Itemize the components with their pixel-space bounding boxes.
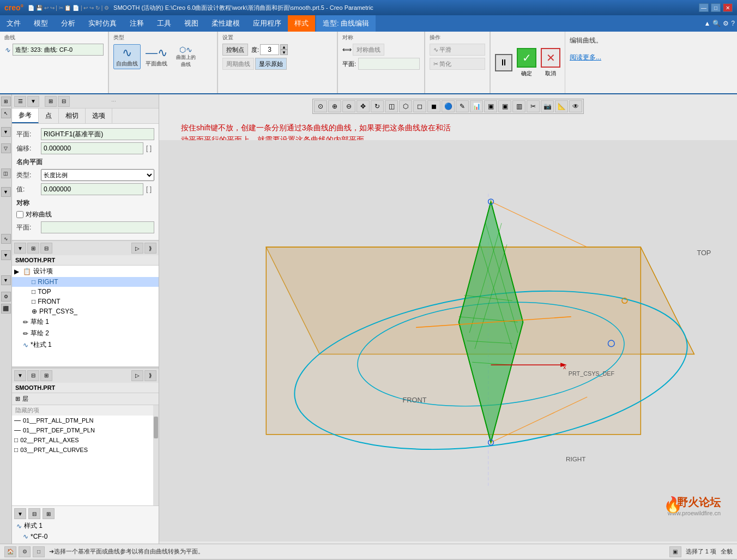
sym-curve-button[interactable]: 对称曲线 <box>353 44 384 56</box>
tree2-btn2[interactable]: ⊟ <box>27 370 39 381</box>
degree-input[interactable] <box>260 44 279 55</box>
menu-annotation[interactable]: 注释 <box>123 15 150 32</box>
degree-up[interactable]: ▲ <box>280 44 288 50</box>
degree-spinner[interactable]: ▲ ▼ <box>280 44 288 55</box>
tab-options[interactable]: 选项 <box>86 109 112 123</box>
scroll-thumb[interactable] <box>154 417 158 438</box>
sym-checkbox[interactable] <box>16 211 23 218</box>
vp-pan[interactable]: ✥ <box>357 100 370 112</box>
menu-model[interactable]: 模型 <box>27 15 55 32</box>
tree-item-top[interactable]: □ TOP <box>12 287 159 297</box>
menu-apps[interactable]: 应用程序 <box>246 15 288 32</box>
vp-zoom-out[interactable]: ⊖ <box>342 100 355 112</box>
vp-hidden[interactable]: ◻ <box>413 100 426 112</box>
icon-tools3[interactable]: ⬛ <box>1 304 11 314</box>
icon-curve[interactable]: ∿ <box>1 234 11 244</box>
read-more-link[interactable]: 阅读更多... <box>570 53 733 62</box>
menu-curve-edit[interactable]: 造型: 曲线编辑 <box>316 15 376 32</box>
perimeter-button[interactable]: 周期曲线 <box>222 58 254 70</box>
layer-item-1[interactable]: — 01__PRT_ALL_DTM_PLN <box>12 416 159 425</box>
panel-btn-list[interactable]: ☰ <box>14 96 26 107</box>
tree2-btn1[interactable]: ▼ <box>14 370 26 381</box>
vp-view[interactable]: 👁 <box>569 100 582 112</box>
panel-btn-grid2[interactable]: ⊟ <box>58 96 70 107</box>
tree-btn-filter[interactable]: ▷ <box>131 243 143 254</box>
vp-select2[interactable]: ▣ <box>498 100 511 112</box>
icon-filter[interactable]: ▽ <box>1 143 11 153</box>
menu-view[interactable]: 视图 <box>178 15 205 32</box>
tree-btn-expand[interactable]: ⟫ <box>144 243 156 254</box>
style-item-1[interactable]: ∿ 样式 1 <box>14 520 156 532</box>
layer-item-4[interactable]: □ 03__PRT_ALL_CURVES <box>12 445 159 455</box>
icon-cursor[interactable]: ↖ <box>1 109 11 118</box>
icon-expand3[interactable]: ▼ <box>1 250 11 260</box>
tree-item-sketch2[interactable]: ✏ 草绘 2 <box>12 328 159 339</box>
vp-select1[interactable]: ▣ <box>484 100 497 112</box>
ctrl-pts-button[interactable]: 控制点 <box>222 44 248 56</box>
tree2-btn5[interactable]: ⟫ <box>144 370 156 381</box>
tree2-btn3[interactable]: ⊞ <box>40 370 52 381</box>
maximize-button[interactable]: □ <box>711 3 721 12</box>
menu-style[interactable]: 样式 <box>288 15 315 32</box>
tree-item-design[interactable]: ▶ 📋 设计项 <box>12 266 159 277</box>
close-button[interactable]: ✕ <box>723 3 733 12</box>
degree-down[interactable]: ▼ <box>280 50 288 55</box>
surface-curve-button[interactable]: ⬡∿ 曲面上的曲线 <box>172 44 200 70</box>
tree2-btn4[interactable]: ▷ <box>131 370 143 381</box>
menu-file[interactable]: 文件 <box>0 15 27 32</box>
vp-zoom-in[interactable]: ⊕ <box>328 100 341 112</box>
vp-camera[interactable]: 📷 <box>541 100 554 112</box>
vp-analysis[interactable]: 📊 <box>470 100 483 112</box>
tab-tangent[interactable]: 相切 <box>59 109 86 123</box>
vp-section[interactable]: ✂ <box>527 100 540 112</box>
style-btn3[interactable]: ⊞ <box>43 508 55 519</box>
status-view-btn[interactable]: ▣ <box>669 546 681 557</box>
free-curve-button[interactable]: ∿ 自由曲线 <box>113 44 141 69</box>
tree-item-right[interactable]: □ RIGHT <box>12 277 159 287</box>
smooth-button[interactable]: ∿ 平滑 <box>430 44 485 56</box>
ok-button[interactable]: ✓ <box>517 48 536 68</box>
cancel-button[interactable]: ✕ <box>541 48 560 68</box>
icon-grid[interactable]: ⊞ <box>1 97 11 106</box>
menu-flexible[interactable]: 柔性建模 <box>205 15 246 32</box>
tree-item-front[interactable]: □ FRONT <box>12 297 159 306</box>
vp-zoom-all[interactable]: ⊙ <box>314 100 327 112</box>
icon-expand2[interactable]: ▼ <box>1 187 11 197</box>
tab-reference[interactable]: 参考 <box>12 109 39 123</box>
layer-scrollbar[interactable] <box>153 405 159 506</box>
tree-btn-3[interactable]: ⊟ <box>40 243 52 254</box>
style-item-cf0[interactable]: ∿ *CF-0 <box>14 532 156 541</box>
panel-btn-expand[interactable]: ▼ <box>27 96 39 107</box>
icon-model[interactable]: ◫ <box>1 168 11 178</box>
tab-points[interactable]: 点 <box>39 109 59 123</box>
show-original-button[interactable]: 显示原始 <box>255 58 287 70</box>
window-controls[interactable]: — □ ✕ <box>699 3 733 12</box>
icon-expand4[interactable]: ▼ <box>1 275 11 285</box>
menu-analysis[interactable]: 分析 <box>55 15 82 32</box>
vp-measure[interactable]: 📐 <box>555 100 568 112</box>
vp-display2[interactable]: 🔵 <box>442 100 455 112</box>
type-select[interactable]: 长度比例 <box>41 169 154 181</box>
menu-simulation[interactable]: 实时仿真 <box>82 15 123 32</box>
style-btn1[interactable]: ▼ <box>14 508 26 519</box>
status-icon2[interactable]: ⚙ <box>19 546 31 557</box>
tree-btn-2[interactable]: ⊞ <box>27 243 39 254</box>
tree-item-csys[interactable]: ⊕ PRT_CSYS_ <box>12 306 159 316</box>
vp-snap[interactable]: ✎ <box>456 100 469 112</box>
minimize-button[interactable]: — <box>699 3 709 12</box>
layer-item-3[interactable]: □ 02__PRT_ALL_AXES <box>12 435 159 445</box>
tree-btn-1[interactable]: ▼ <box>14 243 26 254</box>
vp-shading[interactable]: ◫ <box>385 100 398 112</box>
vp-display1[interactable]: ◼ <box>427 100 440 112</box>
status-icon3[interactable]: □ <box>33 546 45 557</box>
menu-tools[interactable]: 工具 <box>150 15 178 32</box>
status-icon1[interactable]: 🏠 <box>4 546 16 557</box>
tree-item-sketch1[interactable]: ✏ 草绘 1 <box>12 316 159 328</box>
icon-tools2[interactable]: ⚙ <box>1 292 11 302</box>
vp-wireframe[interactable]: ⬡ <box>399 100 412 112</box>
vp-rotate[interactable]: ↻ <box>371 100 384 112</box>
style-btn2[interactable]: ⊟ <box>28 508 40 519</box>
vp-select3[interactable]: ▥ <box>512 100 525 112</box>
pause-button[interactable]: ⏸ <box>495 54 512 71</box>
simplify-button[interactable]: ✂ 简化 <box>430 58 485 70</box>
